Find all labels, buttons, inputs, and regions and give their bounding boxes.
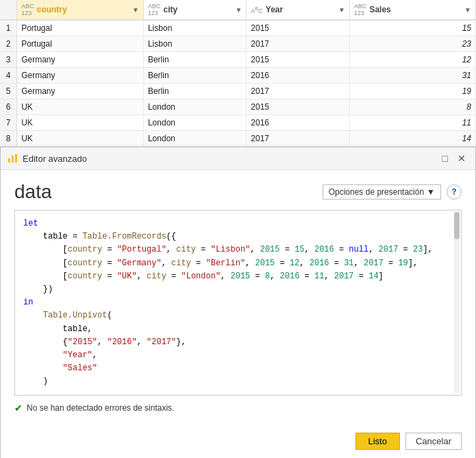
done-button[interactable]: Listo (355, 433, 400, 450)
code-line: }) (23, 283, 453, 296)
cell-sales: 23 (349, 36, 475, 52)
help-button[interactable]: ? (447, 184, 462, 200)
code-line: {"2015", "2016", "2017"}, (23, 336, 453, 349)
column-header-country[interactable]: ABC123 country ▼ (17, 0, 144, 20)
column-label-year: Year (266, 5, 283, 14)
column-label-sales: Sales (369, 5, 390, 14)
type-icon-country: ABC123 (21, 3, 34, 16)
row-number: 1 (0, 20, 17, 36)
table-row: 4 Germany Berlin 2016 31 (0, 68, 476, 84)
filter-arrow-country[interactable]: ▼ (132, 6, 139, 14)
cell-sales: 12 (349, 52, 475, 68)
dialog-title-text: Editor avanzado (23, 154, 87, 164)
dialog-body: data Opciones de presentación ▼ ? let ta… (1, 170, 475, 427)
status-message: No se han detectado errores de sintaxis. (27, 403, 174, 413)
cell-city: Berlin (143, 68, 246, 84)
cell-year: 2017 (247, 36, 350, 52)
row-number: 8 (0, 131, 17, 147)
code-line: [country = "Germany", city = "Berlin", 2… (23, 257, 453, 270)
query-name: data (14, 181, 52, 202)
cell-country: Germany (17, 68, 144, 84)
row-number: 3 (0, 52, 17, 68)
dialog-title-group: Editor avanzado (8, 153, 87, 164)
cell-city: Lisbon (143, 36, 246, 52)
cell-city: London (143, 99, 246, 115)
cell-year: 2017 (247, 84, 350, 99)
cell-year: 2017 (247, 131, 350, 147)
column-label-city: city (163, 5, 177, 14)
cell-country: Germany (17, 52, 144, 68)
presentation-options-button[interactable]: Opciones de presentación ▼ (323, 184, 441, 200)
cell-year: 2016 (247, 68, 350, 84)
data-table-container: ABC123 country ▼ ABC123 city ▼ (0, 0, 476, 147)
status-row: ✔ No se han detectado errores de sintaxi… (14, 402, 462, 413)
dialog-close-button[interactable]: ✕ (455, 152, 468, 165)
cell-country: UK (17, 99, 144, 115)
cell-sales: 15 (349, 20, 475, 36)
cell-country: Germany (17, 84, 144, 99)
cell-year: 2015 (247, 99, 350, 115)
column-header-city[interactable]: ABC123 city ▼ (143, 0, 246, 20)
table-row: 5 Germany Berlin 2017 19 (0, 84, 476, 99)
dialog-maximize-button[interactable]: □ (440, 152, 451, 165)
code-line: table, (23, 323, 453, 336)
code-line: "Year", (23, 349, 453, 362)
column-label-country: country (37, 5, 67, 14)
table-row: 7 UK London 2016 11 (0, 115, 476, 131)
svg-rect-1 (12, 156, 14, 162)
dialog-titlebar: Editor avanzado □ ✕ (1, 147, 475, 170)
chart-icon (8, 153, 18, 164)
svg-rect-0 (8, 158, 10, 162)
cell-sales: 8 (349, 99, 475, 115)
editor-scrollbar[interactable] (454, 212, 460, 394)
dialog-window-controls: □ ✕ (440, 152, 468, 165)
table-row: 2 Portugal Lisbon 2017 23 (0, 36, 476, 52)
row-number: 2 (0, 36, 17, 52)
cell-city: Lisbon (143, 20, 246, 36)
column-header-sales[interactable]: ABC123 Sales ▼ (349, 0, 475, 20)
cancel-button[interactable]: Cancelar (405, 433, 462, 450)
cell-sales: 11 (349, 115, 475, 131)
cell-year: 2015 (247, 20, 350, 36)
cell-country: Portugal (17, 20, 144, 36)
cell-year: 2015 (247, 52, 350, 68)
table-row: 1 Portugal Lisbon 2015 15 (0, 20, 476, 36)
code-line: Table.Unpivot( (23, 309, 453, 322)
row-number: 7 (0, 115, 17, 131)
data-table: ABC123 country ▼ ABC123 city ▼ (0, 0, 476, 147)
success-check-icon: ✔ (14, 402, 23, 413)
cell-sales: 19 (349, 84, 475, 99)
table-row: 8 UK London 2017 14 (0, 131, 476, 147)
advanced-editor-dialog: Editor avanzado □ ✕ data Opciones de pre… (0, 147, 476, 458)
cell-city: London (143, 131, 246, 147)
cell-country: UK (17, 131, 144, 147)
code-line: ) (23, 375, 453, 388)
row-number: 4 (0, 68, 17, 84)
row-number: 5 (0, 84, 17, 99)
column-header-year[interactable]: ABC Year ▼ (247, 0, 350, 20)
editor-scrollbar-thumb (454, 212, 460, 239)
table-row: 3 Germany Berlin 2015 12 (0, 52, 476, 68)
code-line: "Sales" (23, 362, 453, 375)
cell-city: Berlin (143, 52, 246, 68)
code-editor[interactable]: let table = Table.FromRecords({ [country… (14, 210, 462, 396)
options-row: data Opciones de presentación ▼ ? (14, 181, 462, 203)
type-icon-sales: ABC123 (354, 3, 367, 16)
cell-sales: 14 (349, 131, 475, 147)
table-body: 1 Portugal Lisbon 2015 15 2 Portugal Lis… (0, 20, 476, 147)
type-icon-year: ABC (251, 5, 263, 14)
options-chevron-icon: ▼ (427, 187, 435, 197)
code-line: in (23, 296, 453, 309)
dialog-footer: Listo Cancelar (1, 427, 475, 458)
cell-country: UK (17, 115, 144, 131)
filter-arrow-year[interactable]: ▼ (338, 6, 345, 14)
filter-arrow-city[interactable]: ▼ (235, 6, 242, 14)
table-row: 6 UK London 2015 8 (0, 99, 476, 115)
cell-city: Berlin (143, 84, 246, 99)
code-line: table = Table.FromRecords({ (23, 230, 453, 243)
row-number: 6 (0, 99, 17, 115)
filter-arrow-sales[interactable]: ▼ (464, 6, 471, 14)
cell-country: Portugal (17, 36, 144, 52)
cell-city: London (143, 115, 246, 131)
cell-sales: 31 (349, 68, 475, 84)
